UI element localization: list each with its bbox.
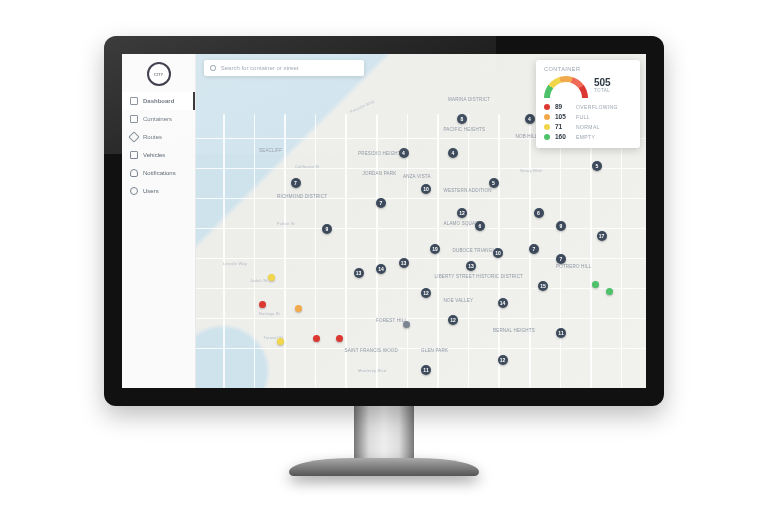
map-district-label: NOE VALLEY (444, 298, 474, 303)
map-cluster-pin[interactable]: 14 (498, 298, 508, 308)
map-cluster-pin[interactable]: 4 (399, 148, 409, 158)
map-container-pin[interactable] (606, 288, 613, 295)
sidebar-item-label: Notifications (143, 170, 176, 176)
map-container-pin[interactable] (277, 338, 284, 345)
map-cluster-pin[interactable]: 13 (399, 258, 409, 268)
map-cluster-pin[interactable]: 4 (525, 114, 535, 124)
total-value: 505 (594, 78, 611, 88)
swatch-empty (544, 134, 550, 140)
map-container-pin[interactable] (259, 301, 266, 308)
legend-value: 89 (555, 103, 571, 110)
map-district-label: WESTERN ADDITION (444, 188, 492, 193)
sidebar-item-label: Containers (143, 116, 172, 122)
legend-value: 160 (555, 133, 571, 140)
map-street-label: Geary Blvd (520, 168, 542, 173)
map-cluster-pin[interactable]: 8 (457, 114, 467, 124)
map-cluster-pin[interactable]: 13 (466, 261, 476, 271)
map-cluster-pin[interactable]: 12 (457, 208, 467, 218)
map-cluster-pin[interactable]: 6 (534, 208, 544, 218)
sidebar-item-label: Vehicles (143, 152, 165, 158)
legend-row-empty: 160EMPTY (544, 133, 632, 140)
sidebar-item-containers[interactable]: Containers (122, 110, 195, 128)
map-cluster-pin[interactable]: 10 (421, 184, 431, 194)
map-cluster-pin[interactable]: 5 (592, 161, 602, 171)
map-cluster-pin[interactable]: 15 (538, 281, 548, 291)
map-container-pin[interactable] (336, 335, 343, 342)
swatch-normal (544, 124, 550, 130)
sidebar-item-label: Routes (143, 134, 162, 140)
user-icon (130, 187, 138, 195)
map-district-label: MARINA DISTRICT (448, 97, 490, 102)
map-container-pin[interactable] (295, 305, 302, 312)
map-district-label: PACIFIC HEIGHTS (444, 127, 486, 132)
nav-list: DashboardContainersRoutesVehiclesNotific… (122, 92, 195, 200)
total-label: TOTAL (594, 88, 611, 93)
sidebar-item-dashboard[interactable]: Dashboard (122, 92, 195, 110)
truck-icon (130, 151, 138, 159)
box-icon (130, 115, 138, 123)
sidebar-item-notifications[interactable]: Notifications (122, 164, 195, 182)
map-cluster-pin[interactable]: 12 (498, 355, 508, 365)
legend-value: 105 (555, 113, 571, 120)
sidebar: CITY DashboardContainersRoutesVehiclesNo… (122, 54, 196, 388)
map-cluster-pin[interactable]: 7 (376, 198, 386, 208)
map-cluster-pin[interactable]: 12 (448, 315, 458, 325)
route-icon (128, 131, 139, 142)
status-gauge (544, 76, 588, 98)
map-cluster-pin[interactable]: 11 (556, 328, 566, 338)
grid-icon (130, 97, 138, 105)
map-container-pin[interactable] (313, 335, 320, 342)
map-street-label: California St (295, 164, 319, 169)
legend-label: OVERFLOWING (576, 104, 618, 110)
swatch-full (544, 114, 550, 120)
map-district-label: DUBOCE TRIANGLE (453, 248, 499, 253)
map-street-label: Judah St (250, 278, 267, 283)
legend-row-full: 105FULL (544, 113, 632, 120)
sidebar-item-vehicles[interactable]: Vehicles (122, 146, 195, 164)
map-cluster-pin[interactable]: 6 (475, 221, 485, 231)
map-cluster-pin[interactable]: 7 (291, 178, 301, 188)
map-cluster-pin[interactable]: 13 (354, 268, 364, 278)
map-district-label: NOB HILL (516, 134, 538, 139)
map-street-label: Presidio Blvd (349, 99, 375, 114)
search-bar[interactable] (204, 60, 364, 76)
search-icon (210, 65, 216, 71)
legend-row-overflowing: 89OVERFLOWING (544, 103, 632, 110)
map-cluster-pin[interactable]: 12 (421, 288, 431, 298)
sidebar-item-routes[interactable]: Routes (122, 128, 195, 146)
map-district-label: ANZA VISTA (403, 174, 431, 179)
search-input[interactable] (221, 65, 358, 71)
map-street-label: Lincoln Way (223, 261, 247, 266)
map-district-label: BERNAL HEIGHTS (493, 328, 535, 333)
map-cluster-pin[interactable]: 7 (529, 244, 539, 254)
map-cluster-pin[interactable]: 10 (493, 248, 503, 258)
map-street-label: Monterey Blvd (358, 368, 386, 373)
map-cluster-pin[interactable]: 4 (448, 148, 458, 158)
legend: 89OVERFLOWING105FULL71NORMAL160EMPTY (544, 103, 632, 140)
map-container-pin[interactable] (403, 321, 410, 328)
sidebar-item-label: Users (143, 188, 159, 194)
map-container-pin[interactable] (268, 274, 275, 281)
main-area: SEACLIFFRICHMOND DISTRICTPRESIDIO HEIGHT… (196, 54, 646, 388)
map-district-label: PRESIDIO HEIGHTS (358, 151, 404, 156)
total-box: 505 TOTAL (594, 76, 611, 93)
map-district-label: SAINT FRANCIS WOOD (345, 348, 399, 353)
sidebar-item-label: Dashboard (143, 98, 174, 104)
legend-label: NORMAL (576, 124, 600, 130)
sidebar-item-users[interactable]: Users (122, 182, 195, 200)
monitor-mockup: CITY DashboardContainersRoutesVehiclesNo… (104, 36, 664, 476)
map-cluster-pin[interactable]: 9 (322, 224, 332, 234)
map-cluster-pin[interactable]: 7 (556, 254, 566, 264)
monitor-bezel: CITY DashboardContainersRoutesVehiclesNo… (104, 36, 664, 406)
map-cluster-pin[interactable]: 11 (421, 365, 431, 375)
map-cluster-pin[interactable]: 17 (597, 231, 607, 241)
city-seal-logo: CITY (147, 62, 171, 86)
panel-title: CONTAINER (544, 66, 632, 72)
map-district-label: JORDAN PARK (363, 171, 397, 176)
legend-value: 71 (555, 123, 571, 130)
map-cluster-pin[interactable]: 14 (376, 264, 386, 274)
bell-icon (130, 169, 138, 177)
app-screen: CITY DashboardContainersRoutesVehiclesNo… (122, 54, 646, 388)
map-cluster-pin[interactable]: 9 (556, 221, 566, 231)
map-cluster-pin[interactable]: 5 (489, 178, 499, 188)
